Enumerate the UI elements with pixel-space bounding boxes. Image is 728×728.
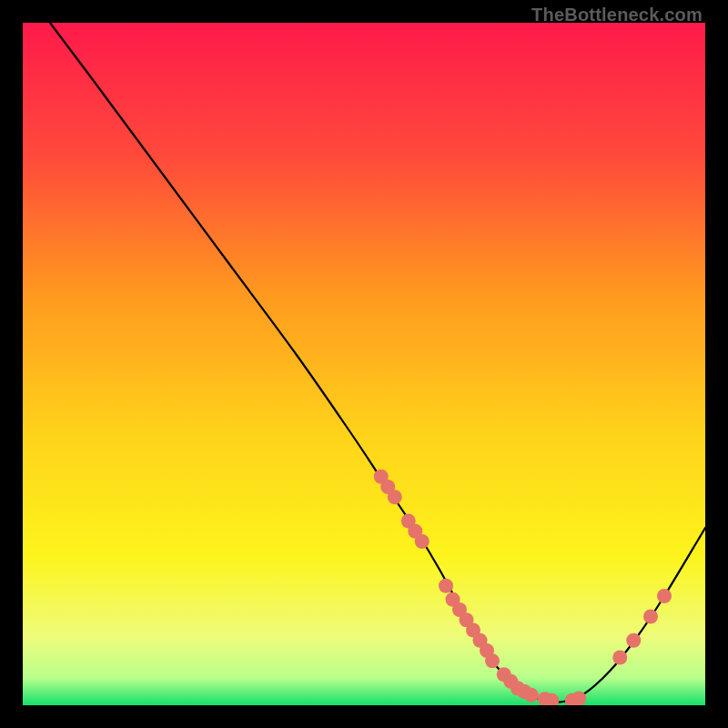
scatter-point bbox=[415, 534, 430, 549]
scatter-point bbox=[485, 653, 500, 668]
scatter-point bbox=[571, 692, 586, 706]
scatter-point bbox=[657, 589, 672, 603]
scatter-point bbox=[388, 490, 402, 504]
scatter-point bbox=[626, 633, 641, 648]
scatter-point bbox=[612, 651, 627, 665]
scatter-dots bbox=[374, 470, 672, 705]
bottleneck-curve bbox=[50, 23, 705, 703]
chart-frame: TheBottleneck.com bbox=[0, 0, 728, 728]
curve-layer bbox=[23, 23, 705, 705]
watermark-text: TheBottleneck.com bbox=[531, 5, 703, 25]
scatter-point bbox=[524, 688, 539, 703]
scatter-point bbox=[643, 610, 658, 624]
scatter-point bbox=[439, 579, 453, 593]
plot-area bbox=[23, 23, 705, 705]
